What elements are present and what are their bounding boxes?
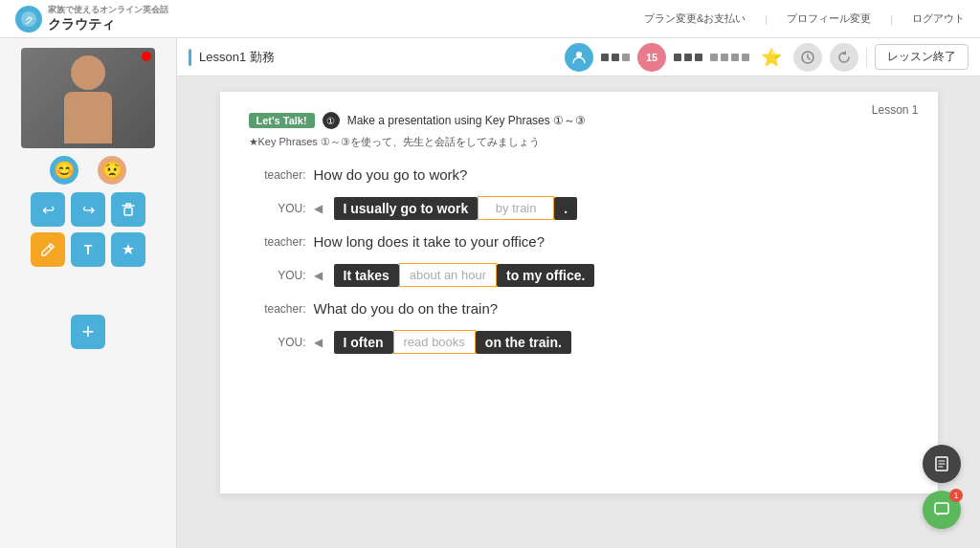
phrase-end-2: to my office. bbox=[497, 264, 594, 287]
logo-icon: ク bbox=[15, 6, 42, 33]
undo-button[interactable]: ↩ bbox=[31, 192, 65, 227]
badge-instruction: Make a presentation using Key Phrases ①～… bbox=[347, 113, 586, 129]
svg-rect-6 bbox=[935, 503, 948, 514]
bottom-right-icons: 1 bbox=[923, 445, 961, 529]
phrase-fixed-2a: It takes bbox=[334, 264, 399, 287]
dots-display bbox=[601, 54, 630, 61]
reload-button[interactable] bbox=[830, 43, 858, 72]
lesson-number: Lesson 1 bbox=[872, 103, 919, 117]
person-icon-button[interactable] bbox=[565, 43, 593, 72]
phrase-end-3: on the train. bbox=[476, 331, 571, 354]
lesson-number-badge: 15 bbox=[637, 43, 666, 72]
lets-talk-label: Let's Talk! bbox=[249, 113, 315, 128]
teacher-text-3: How long does it take to your office? bbox=[314, 233, 546, 250]
arrow-icon-1: ◀ bbox=[314, 202, 323, 215]
lesson-slide-container: Lesson 1 Let's Talk! ① Make a presentati… bbox=[177, 77, 980, 548]
happy-emoji-button[interactable]: 😊 bbox=[50, 156, 78, 185]
key-phrases-note: ★Key Phrases ①～③を使って、先生と会話をしてみましょう bbox=[249, 135, 909, 149]
arrow-icon-3: ◀ bbox=[314, 336, 323, 349]
arrow-icon-2: ◀ bbox=[314, 269, 323, 282]
sidebar: 😊 😟 ↩ ↪ T bbox=[0, 38, 177, 548]
chat-notif-badge: 1 bbox=[949, 489, 963, 502]
you-line-2: It takes about an hour to my office. bbox=[334, 263, 595, 287]
profile-nav-item[interactable]: プロフィール変更 bbox=[787, 11, 871, 26]
logo-subtext: 家族で使えるオンライン英会話 bbox=[48, 4, 168, 16]
speaker-label-3: teacher: bbox=[249, 235, 306, 249]
you-line-1: I usually go to work by train . bbox=[334, 196, 578, 220]
rec-badge bbox=[142, 52, 151, 61]
settings-button[interactable] bbox=[793, 43, 822, 72]
logo: ク 家族で使えるオンライン英会話 クラウティ bbox=[15, 4, 168, 33]
lesson-title: Lesson1 勤務 bbox=[199, 49, 275, 66]
speaker-label-5: teacher: bbox=[249, 302, 306, 316]
header-nav: プラン変更&お支払い | プロフィール変更 | ログアウト bbox=[644, 11, 965, 26]
header: ク 家族で使えるオンライン英会話 クラウティ プラン変更&お支払い | プロフィ… bbox=[0, 0, 980, 38]
end-lesson-button[interactable]: レッスン終了 bbox=[875, 44, 969, 70]
add-button[interactable]: + bbox=[71, 315, 105, 349]
svg-rect-2 bbox=[124, 208, 132, 215]
sad-emoji-button[interactable]: 😟 bbox=[98, 156, 126, 185]
dialogue-line-6: YOU: ◀ I often read books on the train. bbox=[249, 330, 909, 354]
lesson-title-bar bbox=[189, 49, 191, 66]
stamp-button[interactable] bbox=[111, 232, 145, 267]
lesson-number-text: 15 bbox=[646, 52, 657, 63]
nav-separator2: | bbox=[890, 13, 893, 25]
dialogue: teacher: How do you go to work? YOU: ◀ I… bbox=[249, 166, 909, 354]
person-head bbox=[71, 55, 105, 90]
logo-main-text: クラウティ bbox=[48, 16, 168, 33]
video-area bbox=[21, 48, 155, 148]
content-area: Lesson1 勤務 15 bbox=[177, 38, 980, 548]
delete-button[interactable] bbox=[111, 192, 145, 227]
draw-button[interactable] bbox=[31, 232, 65, 267]
doc-floating-button[interactable] bbox=[923, 445, 961, 483]
tool-grid: ↩ ↪ T bbox=[31, 192, 145, 307]
star-icon[interactable]: ⭐ bbox=[757, 43, 786, 72]
chat-button-wrapper: 1 bbox=[923, 491, 961, 529]
badge-number: ① bbox=[323, 112, 340, 129]
redo-button[interactable]: ↪ bbox=[71, 192, 105, 227]
toolbar-controls: 15 ⭐ bbox=[565, 43, 969, 72]
person-silhouette bbox=[59, 55, 117, 142]
svg-point-3 bbox=[576, 52, 582, 57]
phrase-blank-2: about an hour bbox=[399, 263, 497, 287]
logout-nav-item[interactable]: ログアウト bbox=[912, 11, 965, 26]
phrase-blank-3: read books bbox=[393, 330, 476, 354]
add-icon: + bbox=[82, 319, 95, 344]
nav-separator: | bbox=[765, 13, 768, 25]
teacher-text-1: How do you go to work? bbox=[314, 166, 468, 183]
dots-display3 bbox=[710, 54, 749, 61]
dialogue-line-4: YOU: ◀ It takes about an hour to my offi… bbox=[249, 263, 909, 287]
lesson-toolbar: Lesson1 勤務 15 bbox=[177, 38, 980, 77]
emoji-row: 😊 😟 bbox=[50, 156, 126, 185]
speaker-label-2: YOU: bbox=[249, 202, 306, 215]
dialogue-line-3: teacher: How long does it take to your o… bbox=[249, 233, 909, 250]
dialogue-line-2: YOU: ◀ I usually go to work by train . bbox=[249, 196, 909, 220]
dots-display2 bbox=[674, 54, 702, 61]
main-layout: 😊 😟 ↩ ↪ T bbox=[0, 38, 980, 548]
text-button[interactable]: T bbox=[71, 232, 105, 267]
lets-talk-badge: Let's Talk! ① Make a presentation using … bbox=[249, 112, 587, 129]
phrase-fixed-1a: I usually go to work bbox=[334, 197, 479, 220]
logo-text-area: 家族で使えるオンライン英会話 クラウティ bbox=[48, 4, 168, 33]
doc-button-wrapper bbox=[923, 445, 961, 483]
phrase-blank-1: by train bbox=[478, 196, 554, 220]
phrase-fixed-3a: I often bbox=[334, 331, 393, 354]
speaker-label-6: YOU: bbox=[249, 336, 306, 349]
person-body bbox=[64, 92, 112, 143]
phrase-end-1: . bbox=[554, 197, 577, 220]
plan-nav-item[interactable]: プラン変更&お支払い bbox=[644, 11, 746, 26]
dialogue-line-5: teacher: What do you do on the train? bbox=[249, 300, 909, 317]
speaker-label-4: YOU: bbox=[249, 269, 306, 282]
svg-text:ク: ク bbox=[25, 15, 33, 25]
you-line-3: I often read books on the train. bbox=[334, 330, 571, 354]
lesson-title-area: Lesson1 勤務 bbox=[189, 49, 275, 66]
speaker-label-1: teacher: bbox=[249, 168, 306, 182]
lesson-slide: Lesson 1 Let's Talk! ① Make a presentati… bbox=[220, 92, 938, 493]
teacher-text-5: What do you do on the train? bbox=[314, 300, 499, 317]
toolbar-divider bbox=[866, 48, 867, 67]
video-placeholder bbox=[21, 48, 155, 148]
dialogue-line-1: teacher: How do you go to work? bbox=[249, 166, 909, 183]
